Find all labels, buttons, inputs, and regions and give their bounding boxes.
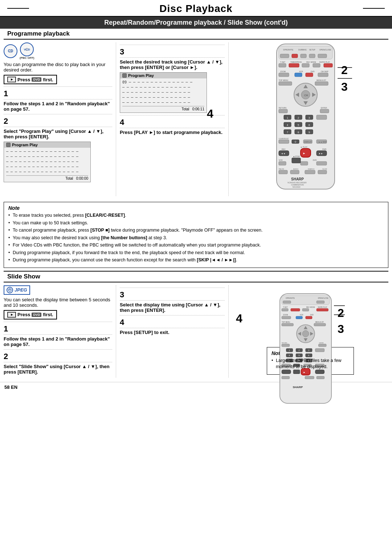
slide-inner: JPEG You can select the display time bet…: [4, 282, 388, 380]
svg-text:PAUSE: PAUSE: [279, 168, 284, 170]
svg-rect-119: [296, 316, 302, 319]
slide-step1-num: 1: [4, 324, 112, 335]
svg-text:VCR: VCR: [300, 314, 303, 316]
main-content: Programme playback CD VCD (PBC OFF): [0, 29, 392, 380]
prog-number-4: 4: [207, 108, 213, 119]
note-title-prog: Note: [8, 205, 384, 211]
svg-text:4: 4: [287, 124, 288, 126]
line-to-3: [338, 78, 352, 79]
programme-section: CD VCD (PBC OFF) You can programme the d…: [4, 40, 388, 199]
svg-text:CM SKIP: CM SKIP: [321, 70, 328, 73]
svg-text:DISPLAY: DISPLAY: [304, 141, 312, 143]
slide-line-to-2: [334, 305, 345, 306]
slide-intro-text: You can select the display time between …: [4, 297, 112, 308]
svg-text:1: 1: [287, 117, 288, 119]
svg-text:4: 4: [289, 354, 290, 357]
svg-text:5: 5: [298, 124, 299, 126]
prog-right-inner: OPERATE DUBBING SETUP OPEN/CLOSE T-SET T…: [273, 42, 348, 196]
prog-left: CD VCD (PBC OFF) You can programme the d…: [4, 42, 116, 196]
vcd-icon: VCD (PBC OFF): [20, 42, 34, 60]
step3-num: 3: [120, 47, 225, 58]
svg-rect-141: [315, 349, 324, 352]
svg-rect-7: [292, 54, 298, 58]
slide-note-item-1: Large-size JPEG files take a few moments…: [271, 358, 349, 370]
svg-text:VCR: VCR: [299, 70, 303, 73]
note-item-1: To erase tracks you selected, press [CLE…: [8, 212, 384, 219]
slide-step4-num: 4: [120, 318, 225, 328]
svg-rect-26: [306, 73, 313, 77]
svg-text:DVD: DVD: [313, 159, 317, 161]
svg-rect-123: [282, 323, 293, 326]
svg-text:0: 0: [295, 140, 296, 143]
svg-rect-64: [279, 140, 289, 143]
svg-rect-75: [301, 148, 311, 157]
svg-text:■ STOP: ■ STOP: [293, 155, 300, 158]
slide-number-3: 3: [338, 323, 344, 335]
note-list-prog: To erase tracks you selected, press [CLE…: [8, 212, 384, 264]
vcd-disc: VCD: [20, 42, 34, 56]
remote-control-prog: OPERATE DUBBING SETUP OPEN/CLOSE T-SET T…: [273, 42, 338, 196]
svg-rect-162: [315, 370, 324, 374]
svg-rect-107: [317, 301, 324, 303]
slide-subsection-header: Slide Show: [4, 272, 388, 282]
section-header: Repeat/Random/Programme playback / Slide…: [0, 17, 392, 29]
svg-text:REC MODE: REC MODE: [306, 306, 315, 308]
program-dialog-2: Program Play 09 ─ ─ ─ ─ ─ ─ ─ ─ ─ ─ ─ ─ …: [120, 72, 207, 113]
svg-text:ZOOM: ZOOM: [280, 70, 286, 73]
svg-text:7: 7: [287, 131, 288, 134]
svg-text:MENU/LIST: MENU/LIST: [315, 321, 324, 323]
remote-svg-slide: OPERATE OPEN/CLOSE T-SET REC MODE RAPID …: [277, 285, 335, 412]
svg-rect-31: [315, 82, 328, 85]
dialog2-total: Total 0:06:11: [122, 106, 204, 111]
svg-text:ZOOM: ZOOM: [283, 314, 288, 316]
svg-text:TOP MENU: TOP MENU: [279, 79, 289, 81]
svg-rect-94: [318, 170, 327, 174]
svg-text:3: 3: [309, 117, 310, 119]
svg-text:6: 6: [308, 354, 309, 357]
page-title: Disc Playback: [0, 3, 392, 15]
press-first-button: ▶ Press DVD first.: [4, 75, 57, 84]
slide-right-numbers: 2 3: [338, 307, 344, 335]
cd-icon: CD: [4, 44, 17, 58]
svg-rect-113: [302, 308, 309, 311]
prog-number-2: 2: [341, 64, 348, 76]
svg-text:VCR: VCR: [279, 159, 283, 161]
svg-rect-6: [280, 54, 289, 58]
svg-rect-124: [314, 323, 326, 326]
svg-rect-83: [301, 162, 308, 165]
svg-text:OPERATE: OPERATE: [283, 49, 293, 51]
svg-rect-86: [317, 162, 327, 165]
svg-text:T-SET: T-SET: [280, 61, 285, 63]
svg-rect-42: [320, 109, 329, 113]
svg-text:2: 2: [299, 349, 300, 351]
svg-text:2: 2: [298, 117, 299, 119]
svg-text:OPEN/CLOSE: OPEN/CLOSE: [319, 49, 331, 51]
svg-text:|◄◄ SKIP: |◄◄ SKIP: [318, 141, 327, 143]
dialog2-title: Program Play: [120, 73, 207, 78]
svg-text:SHARP: SHARP: [291, 177, 304, 181]
svg-rect-50: [317, 115, 327, 119]
svg-text:SEARCH: SEARCH: [308, 168, 314, 170]
slide-step4-text: Press [SETUP] to exit.: [120, 330, 225, 335]
remote-control-slide: OPERATE OPEN/CLOSE T-SET REC MODE RAPID …: [277, 285, 335, 414]
svg-text:►: ►: [303, 152, 306, 155]
step2-text: Select "Program Play" using [Cursor ▲ / …: [4, 129, 112, 139]
svg-text:►: ►: [303, 371, 306, 374]
svg-rect-30: [279, 82, 292, 85]
svg-text:6: 6: [309, 124, 310, 126]
svg-rect-112: [291, 308, 300, 311]
svg-rect-41: [279, 109, 287, 113]
prog-intro-text: You can programme the disc to play back …: [4, 62, 112, 73]
disc-icons: CD VCD (PBC OFF): [4, 42, 112, 60]
svg-text:RETURN: RETURN: [282, 342, 287, 343]
dialog1-body: ─ ─ ─ ─ ─ ─ ─ ─ ─ ─ ─ ─ ─ ─ ─ ─ ─ ─ ─ ─ …: [4, 148, 90, 182]
step1-num: 1: [4, 89, 112, 99]
slide-step3-text: Select the display time using [Cursor ▲ …: [120, 302, 225, 313]
slide-number-2: 2: [338, 307, 344, 319]
note-box-programme: Note To erase tracks you selected, press…: [4, 202, 388, 268]
slide-step2-text: Select "Slide Show" using [Cursor ▲ / ▼]…: [4, 364, 112, 375]
dialog-icon-2: [122, 73, 127, 78]
svg-text:NX2101D: NX2101D: [293, 186, 301, 188]
slide-show-section: Slide Show JPEG You can select the displ…: [4, 271, 388, 380]
svg-text:TIMER/PROG: TIMER/PROG: [290, 61, 302, 63]
